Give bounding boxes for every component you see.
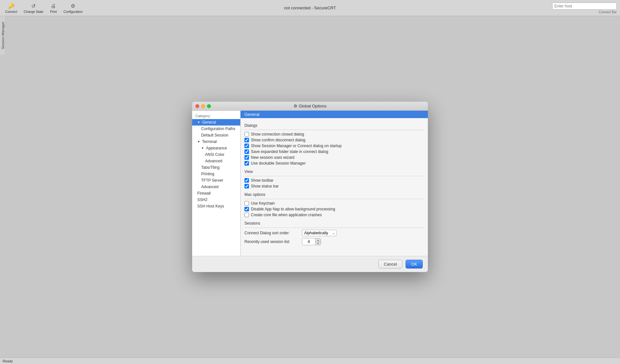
host-input[interactable] bbox=[552, 3, 617, 10]
content-header: General bbox=[241, 111, 428, 118]
save-expanded-folder-label: Save expanded folder state in connect di… bbox=[251, 149, 328, 154]
mac-section-title: Mac options bbox=[244, 192, 424, 197]
disable-app-nap-checkbox[interactable] bbox=[244, 207, 249, 211]
connect-button[interactable]: 🔑 Connect bbox=[3, 2, 19, 14]
tree-item-ssh2[interactable]: SSH2 bbox=[192, 197, 240, 203]
change-state-label: Change State bbox=[24, 10, 43, 14]
configuration-label: Configuration bbox=[63, 10, 82, 14]
new-session-wizard-label: New session uses wizard bbox=[251, 155, 294, 160]
tree-item-term-advanced[interactable]: Advanced bbox=[192, 184, 240, 190]
arrow-terminal: ▼ bbox=[197, 140, 200, 143]
print-icon: 🖨 bbox=[50, 3, 57, 10]
show-confirm-disconnect-row: Show confirm disconnect dialog bbox=[244, 138, 424, 142]
configuration-icon: ⚙ bbox=[69, 3, 77, 10]
top-bar: 🔑 Connect ↺ Change State 🖨 Print ⚙ Confi… bbox=[0, 0, 620, 16]
use-keychain-row: Use Keychain bbox=[244, 201, 424, 206]
show-toolbar-checkbox[interactable] bbox=[244, 178, 249, 183]
global-options-dialog: ⚙Global Options Category: ▼ General Conf… bbox=[192, 102, 428, 272]
dialog-titlebar: ⚙Global Options bbox=[192, 102, 428, 111]
show-status-bar-checkbox[interactable] bbox=[244, 184, 249, 188]
spinner-buttons: ▲ ▼ bbox=[315, 238, 321, 245]
dialog-footer: Cancel OK bbox=[192, 256, 428, 272]
tree-item-general[interactable]: ▼ General bbox=[192, 119, 240, 126]
arrow-appearance: ▼ bbox=[201, 147, 204, 150]
tree-item-printing[interactable]: Printing bbox=[192, 171, 240, 177]
use-dockable-label: Use dockable Session Manager bbox=[251, 161, 305, 166]
change-state-icon: ↺ bbox=[30, 3, 37, 10]
create-core-file-row: Create core file when application crashe… bbox=[244, 213, 424, 217]
dialog-backdrop: ⚙Global Options Category: ▼ General Conf… bbox=[0, 16, 620, 358]
disable-app-nap-row: Disable App Nap to allow background proc… bbox=[244, 207, 424, 211]
tree-item-ansi-color[interactable]: ANSI Color bbox=[192, 151, 240, 158]
traffic-lights bbox=[195, 104, 211, 108]
connect-bar-label: Connect Bar bbox=[599, 10, 617, 14]
show-connection-closed-label: Show connection closed dialog bbox=[251, 132, 304, 136]
recently-used-label: Recently used session list: bbox=[244, 239, 299, 244]
use-dockable-checkbox[interactable] bbox=[244, 161, 249, 166]
spinner-up-button[interactable]: ▲ bbox=[315, 238, 321, 242]
use-dockable-row: Use dockable Session Manager bbox=[244, 161, 424, 166]
print-label: Print bbox=[50, 10, 57, 14]
close-button[interactable] bbox=[195, 104, 199, 108]
show-confirm-disconnect-label: Show confirm disconnect dialog bbox=[251, 138, 305, 142]
connect-bar: Connect Bar bbox=[552, 3, 617, 14]
show-session-manager-checkbox[interactable] bbox=[244, 144, 249, 148]
content-body: Dialogs Show connection closed dialog Sh… bbox=[241, 118, 428, 250]
new-session-wizard-row: New session uses wizard bbox=[244, 155, 424, 160]
change-state-button[interactable]: ↺ Change State bbox=[22, 2, 45, 14]
connect-dialog-sort-wrapper: Alphabetically Recently Used Custom bbox=[302, 230, 336, 236]
show-connection-closed-checkbox[interactable] bbox=[244, 132, 249, 136]
use-keychain-checkbox[interactable] bbox=[244, 201, 249, 206]
content-panel: General Dialogs Show connection closed d… bbox=[241, 111, 428, 256]
dialogs-section-title: Dialogs bbox=[244, 123, 424, 128]
configuration-button[interactable]: ⚙ Configuration bbox=[61, 2, 84, 14]
category-label: Category: bbox=[192, 113, 240, 119]
window-title: not connected - SecureCRT bbox=[284, 5, 336, 10]
connect-icon: 🔑 bbox=[8, 3, 15, 10]
tree-item-advanced[interactable]: Advanced bbox=[192, 158, 240, 164]
show-connection-closed-row: Show connection closed dialog bbox=[244, 132, 424, 136]
show-status-bar-label: Show status bar bbox=[251, 184, 279, 188]
use-keychain-label: Use Keychain bbox=[251, 201, 275, 206]
minimize-button[interactable] bbox=[201, 104, 205, 108]
print-button[interactable]: 🖨 Print bbox=[48, 2, 59, 14]
tree-item-firewall[interactable]: Firewall bbox=[192, 190, 240, 197]
tree-item-tftp-server[interactable]: TFTP Server bbox=[192, 177, 240, 184]
tree-item-tabs-tiling[interactable]: Tabs/Tiling bbox=[192, 164, 240, 171]
dialog-body: Category: ▼ General Configuration Paths … bbox=[192, 111, 428, 256]
category-panel: Category: ▼ General Configuration Paths … bbox=[192, 111, 241, 256]
tree-item-appearance[interactable]: ▼ Appearance bbox=[192, 145, 240, 151]
tree-item-config-paths[interactable]: Configuration Paths bbox=[192, 126, 240, 132]
connect-dialog-sort-select[interactable]: Alphabetically Recently Used Custom bbox=[302, 230, 336, 236]
view-section-title: View bbox=[244, 169, 424, 174]
create-core-file-checkbox[interactable] bbox=[244, 213, 249, 217]
spinner-down-button[interactable]: ▼ bbox=[315, 242, 321, 245]
new-session-wizard-checkbox[interactable] bbox=[244, 155, 249, 160]
recently-used-spinner: ▲ ▼ bbox=[302, 238, 321, 245]
save-expanded-folder-row: Save expanded folder state in connect di… bbox=[244, 149, 424, 154]
tree-item-terminal[interactable]: ▼ Terminal bbox=[192, 138, 240, 145]
connect-label: Connect bbox=[5, 10, 17, 14]
show-confirm-disconnect-checkbox[interactable] bbox=[244, 138, 249, 142]
arrow-general: ▼ bbox=[197, 121, 200, 124]
maximize-button[interactable] bbox=[207, 104, 211, 108]
ok-button[interactable]: OK bbox=[406, 260, 423, 268]
show-toolbar-label: Show toolbar bbox=[251, 178, 274, 183]
connect-dialog-sort-row: Connect Dialog sort order: Alphabeticall… bbox=[244, 230, 424, 236]
save-expanded-folder-checkbox[interactable] bbox=[244, 149, 249, 154]
recently-used-row: Recently used session list: ▲ ▼ bbox=[244, 238, 424, 245]
tree-item-default-session[interactable]: Default Session bbox=[192, 132, 240, 138]
cancel-button[interactable]: Cancel bbox=[378, 260, 402, 268]
recently-used-input[interactable] bbox=[302, 239, 315, 245]
toolbar: 🔑 Connect ↺ Change State 🖨 Print ⚙ Confi… bbox=[3, 2, 85, 14]
show-session-manager-row: Show Session Manager or Connect dialog o… bbox=[244, 144, 424, 148]
show-toolbar-row: Show toolbar bbox=[244, 178, 424, 183]
status-text: Ready bbox=[3, 359, 13, 363]
tree-item-ssh-host-keys[interactable]: SSH Host Keys bbox=[192, 203, 240, 209]
dialog-title: ⚙Global Options bbox=[294, 104, 326, 108]
sessions-section-title: Sessions bbox=[244, 221, 424, 226]
connect-dialog-sort-label: Connect Dialog sort order: bbox=[244, 231, 299, 235]
create-core-file-label: Create core file when application crashe… bbox=[251, 213, 322, 217]
status-bar: Ready bbox=[0, 358, 620, 364]
show-status-bar-row: Show status bar bbox=[244, 184, 424, 188]
